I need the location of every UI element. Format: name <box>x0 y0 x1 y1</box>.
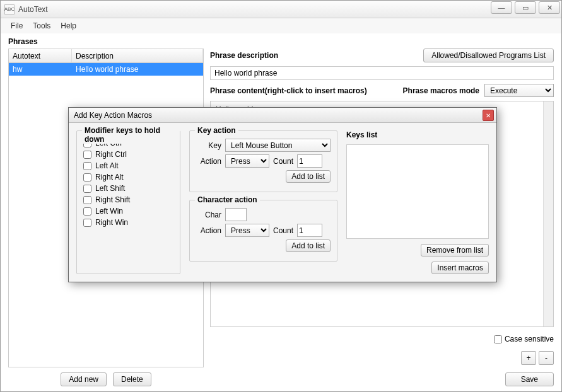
menu-tools[interactable]: Tools <box>33 21 50 30</box>
char-input[interactable] <box>225 208 247 221</box>
phrases-table-header: Autotext Description <box>8 49 204 62</box>
titlebar[interactable]: ABC AutoText — ▭ ✕ <box>1 1 561 18</box>
modifier-left-shift[interactable]: Left Shift <box>83 184 173 193</box>
character-action-group: Character action Char Action Press Count… <box>189 200 337 262</box>
case-sensitive-label: Case sensitive <box>505 335 554 343</box>
app-icon: ABC <box>4 4 15 14</box>
col-description[interactable]: Description <box>72 49 203 62</box>
dialog-titlebar[interactable]: Add Key Action Macros ✕ <box>69 108 496 123</box>
cell-description: Hello world phrase <box>72 65 203 74</box>
keys-list-box[interactable] <box>346 144 489 239</box>
dialog-title: Add Key Action Macros <box>74 111 152 120</box>
phrase-content-label: Phrase content(right-click to insert mac… <box>210 86 367 95</box>
phrases-label: Phrases <box>8 37 554 46</box>
key-action-group: Key action Key Left Mouse Button Action … <box>189 130 337 192</box>
modifier-keys-group: Modifier keys to hold down Left Ctrl Rig… <box>76 130 180 274</box>
modifier-keys-title: Modifier keys to hold down <box>82 126 180 144</box>
char-label: Char <box>196 210 221 219</box>
ka-count-label: Count <box>273 157 293 166</box>
modifier-right-win[interactable]: Right Win <box>83 218 173 227</box>
plus-button[interactable]: + <box>521 351 536 365</box>
col-autotext[interactable]: Autotext <box>9 49 72 62</box>
delete-button[interactable]: Delete <box>113 372 151 386</box>
modifier-right-shift[interactable]: Right Shift <box>83 195 173 204</box>
ca-count-input[interactable] <box>297 224 322 237</box>
table-row[interactable]: hw Hello world phrase <box>9 63 203 76</box>
menu-help[interactable]: Help <box>61 21 76 30</box>
modifier-left-win[interactable]: Left Win <box>83 207 173 216</box>
macros-mode-label: Phrase macros mode <box>403 86 479 95</box>
minus-button[interactable]: - <box>539 351 554 365</box>
cell-autotext: hw <box>9 65 72 74</box>
dialog-close-button[interactable]: ✕ <box>483 110 494 121</box>
insert-macros-button[interactable]: Insert macros <box>431 262 489 274</box>
ca-action-select[interactable]: Press <box>225 224 269 237</box>
scrollbar[interactable] <box>543 101 553 326</box>
add-new-button[interactable]: Add new <box>61 372 107 386</box>
modifier-right-ctrl[interactable]: Right Ctrl <box>83 150 173 159</box>
modifier-left-alt[interactable]: Left Alt <box>83 161 173 170</box>
keys-list-label: Keys list <box>346 130 489 139</box>
ca-count-label: Count <box>273 226 293 235</box>
ka-action-label: Action <box>196 157 221 166</box>
modifier-right-alt[interactable]: Right Alt <box>83 173 173 182</box>
key-select[interactable]: Left Mouse Button <box>225 139 331 152</box>
macros-mode-select[interactable]: Execute <box>484 84 554 97</box>
menubar: File Tools Help <box>1 18 561 33</box>
phrase-description-input[interactable] <box>210 66 554 80</box>
minimize-button[interactable]: — <box>491 1 512 14</box>
character-action-title: Character action <box>195 195 260 204</box>
case-sensitive-check[interactable]: Case sensitive <box>494 335 554 343</box>
key-label: Key <box>196 141 221 150</box>
remove-from-list-button[interactable]: Remove from list <box>421 244 489 257</box>
ka-count-input[interactable] <box>297 154 322 168</box>
close-button[interactable]: ✕ <box>539 1 560 14</box>
case-sensitive-checkbox[interactable] <box>494 335 502 343</box>
maximize-button[interactable]: ▭ <box>515 1 536 14</box>
ka-add-to-list-button[interactable]: Add to list <box>286 170 331 183</box>
menu-file[interactable]: File <box>11 21 23 30</box>
phrase-description-label: Phrase description <box>210 51 278 60</box>
ca-action-label: Action <box>196 226 221 235</box>
save-button[interactable]: Save <box>505 372 554 386</box>
ca-add-to-list-button[interactable]: Add to list <box>286 239 331 252</box>
allowed-programs-button[interactable]: Allowed/Disallowed Programs List <box>423 49 554 62</box>
key-action-title: Key action <box>195 126 238 135</box>
window-title: AutoText <box>18 5 558 14</box>
ka-action-select[interactable]: Press <box>225 154 269 168</box>
add-key-action-macros-dialog: Add Key Action Macros ✕ Modifier keys to… <box>68 107 497 282</box>
